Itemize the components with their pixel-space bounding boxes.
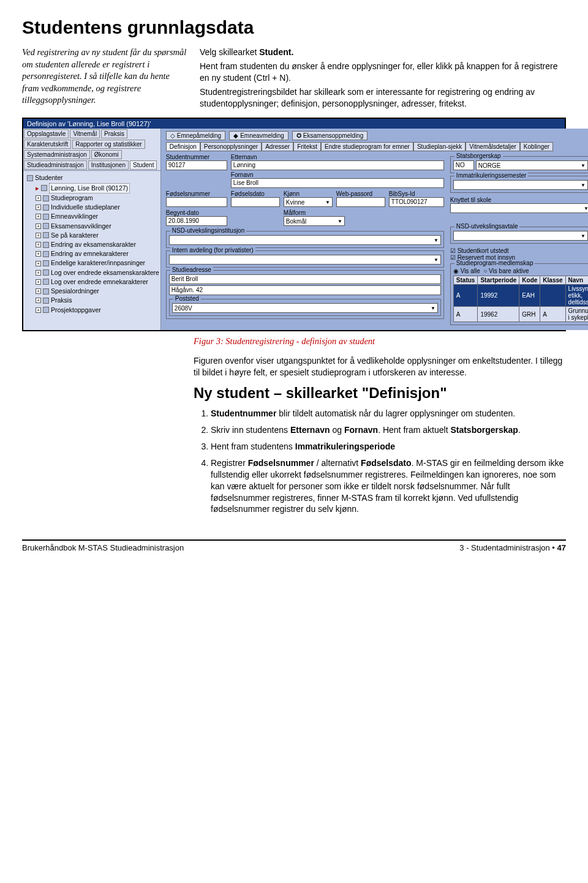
chk-studentkort[interactable]: ☑ Studentkort utstedt [450, 247, 588, 254]
tree-root[interactable]: Studenter [27, 173, 159, 182]
fld-kjonn[interactable]: Kvinne [284, 197, 333, 207]
grp-nsd-avtale: NSD-utvekslingsavtale [454, 223, 520, 230]
fld-intern[interactable] [169, 255, 441, 265]
radio-visaktive[interactable]: ○ Vis bare aktive [483, 268, 529, 274]
margin-note: Ved registrering av ny student får du sp… [22, 47, 187, 111]
intro-p1-a: Velg skillearket [200, 47, 259, 57]
fld-nsd-avtale[interactable] [453, 231, 588, 241]
fld-bibsys[interactable]: TTOL090127 [389, 197, 444, 207]
tree-item[interactable]: +Studieprogram [27, 194, 159, 203]
fld-malform[interactable]: Bokmål [284, 216, 345, 226]
fld-fodselsdato[interactable] [231, 197, 280, 207]
tree-item[interactable]: +Endring av eksamenskarakter [27, 240, 159, 249]
expand-icon[interactable]: + [36, 242, 41, 247]
btn-emneavmelding[interactable]: ◆Emneavmelding [229, 131, 288, 140]
folder-icon [27, 175, 33, 181]
tree-item-label: Studieprogram [51, 194, 93, 203]
fld-adr1[interactable]: Berit Broll [169, 274, 441, 284]
arrow-icon: ▸ [36, 184, 39, 193]
tab-studieadmin[interactable]: Studieadministrasjon [24, 160, 87, 170]
radio-visalle[interactable]: ◉ Vis alle [453, 268, 480, 274]
expand-icon[interactable]: + [36, 307, 41, 313]
expand-icon[interactable]: + [36, 233, 41, 238]
subtab-personopplysninger[interactable]: Personopplysninger [200, 142, 262, 151]
fld-stats-name[interactable]: NORGE [476, 160, 588, 170]
fld-knyttet[interactable] [450, 203, 588, 213]
subtab-vitnemalsdetaljer[interactable]: Vitnemålsdetaljer [466, 142, 520, 151]
lbl-knyttet: Knyttet til skole [450, 197, 588, 203]
tree-item[interactable]: +Emneavviklinger [27, 212, 159, 221]
subtab-definisjon[interactable]: Definisjon [166, 142, 200, 151]
fld-etternavn[interactable]: Lønning [231, 160, 444, 170]
fld-nsd-inst[interactable] [169, 235, 441, 245]
lbl-fodselsnummer: Fødselsnummer [166, 190, 227, 197]
tree-item[interactable]: +Praksis [27, 296, 159, 305]
list-item-3: Hent fram studentens Immatrikuleringsper… [211, 441, 566, 453]
tree-item[interactable]: +Log over endrede emnekarakterer [27, 277, 159, 287]
tree-item[interactable]: +Se på karakterer [27, 231, 159, 240]
subtab-endre-studieprogram[interactable]: Endre studieprogram for emner [321, 142, 413, 151]
tab-vitnemal[interactable]: Vitnemål [70, 129, 100, 138]
folder-icon [43, 279, 49, 285]
diamond-icon: ◇ [170, 132, 175, 139]
tree-item[interactable]: +Eksamensavviklinger [27, 222, 159, 231]
tree-item[interactable]: +Endring av emnekarakterer [27, 249, 159, 258]
table-row[interactable]: A 19992 EAH Livssyn og etikk, deltidsstu… [453, 285, 588, 307]
fld-immatrik[interactable] [453, 180, 588, 190]
expand-icon[interactable]: + [36, 205, 41, 210]
tree-item[interactable]: +Endelige karakterer/innpasninger [27, 258, 159, 268]
subtab-adresser[interactable]: Adresser [262, 142, 293, 151]
fld-webpassord[interactable] [336, 197, 385, 207]
fld-fornavn[interactable]: Lise Broll [231, 178, 444, 188]
subtab-fritekst[interactable]: Fritekst [293, 142, 321, 151]
btn-emnepamelding[interactable]: ◇Emnepåmelding [166, 131, 225, 140]
tree-selected-student[interactable]: ▸Lønning, Lise Broll (90127) [27, 183, 159, 194]
expand-icon[interactable]: + [36, 224, 41, 229]
student-tree[interactable]: Studenter ▸Lønning, Lise Broll (90127) +… [23, 171, 160, 317]
tree-item[interactable]: +Individuelle studieplaner [27, 203, 159, 212]
expand-icon[interactable]: + [36, 251, 41, 257]
fld-studentnummer[interactable]: 90127 [166, 160, 227, 170]
list-item-2: Skriv inn studentens Etternavn og Fornav… [211, 424, 566, 436]
tab-praksis[interactable]: Praksis [101, 129, 127, 138]
cell: EAH [519, 285, 540, 307]
fld-stats-code[interactable]: NO [453, 160, 474, 170]
expand-icon[interactable]: + [36, 270, 41, 276]
fld-poststed[interactable]: 2608V [172, 303, 438, 313]
grp-immatrik: Immatrikuleringssemester [454, 172, 528, 179]
membership-table[interactable]: Status Startperiode Kode Klasse Navn A 1… [453, 276, 588, 322]
tree-item[interactable]: +Spesialordninger [27, 287, 159, 296]
li4-a: Registrer [211, 458, 248, 468]
li2-a: Skriv inn studentens [211, 425, 290, 435]
btn-eksamensoppmelding[interactable]: ✪Eksamensoppmelding [292, 131, 368, 140]
expand-icon[interactable]: + [36, 261, 41, 266]
tab-sysadmin[interactable]: Systemadministrasjon [24, 150, 90, 159]
expand-icon[interactable]: + [36, 214, 41, 219]
tab-rapporter[interactable]: Rapporter og statistikker [72, 140, 145, 149]
tab-student[interactable]: Student [130, 160, 157, 170]
expand-icon[interactable]: + [36, 288, 41, 294]
li1-bold: Studentnummer [211, 408, 276, 418]
table-row[interactable]: A 19962 GRH A Grunnutdanning i sykepleie… [453, 307, 588, 322]
tab-institusjonen[interactable]: Institusjonen [88, 160, 129, 170]
fld-fodselsnummer[interactable] [166, 197, 227, 207]
expand-icon[interactable]: + [36, 279, 41, 285]
lbl-malform: Målform [284, 209, 345, 216]
subtab-studieplan-sjekk[interactable]: Studieplan-sjekk [413, 142, 466, 151]
tree-item[interactable]: +Prosjektoppgaver [27, 306, 159, 315]
val-stats-name: NORGE [478, 162, 501, 169]
expand-icon[interactable]: + [36, 195, 41, 201]
tree-selected-label: Lønning, Lise Broll (90127) [49, 183, 130, 194]
tree-item[interactable]: +Log over endrede eksamenskaraktere [27, 268, 159, 277]
tree-item-label: Individuelle studieplaner [51, 203, 120, 212]
tab-okonomi[interactable]: Økonomi [91, 150, 122, 159]
tab-karakterutskrift[interactable]: Karakterutskrift [24, 140, 71, 149]
tab-oppslagstavle[interactable]: Oppslagstavle [24, 129, 69, 138]
fld-begynt[interactable]: 20.08.1990 [166, 216, 227, 226]
lbl-webpassord: Web-passord [336, 190, 385, 197]
subtab-koblinger[interactable]: Koblinger [520, 142, 553, 151]
expand-icon[interactable]: + [36, 298, 41, 303]
tree-item-label: Endring av eksamenskarakter [51, 240, 136, 249]
cell: GRH [519, 307, 540, 322]
fld-adr2[interactable]: Hågåvn. 42 [169, 285, 441, 295]
